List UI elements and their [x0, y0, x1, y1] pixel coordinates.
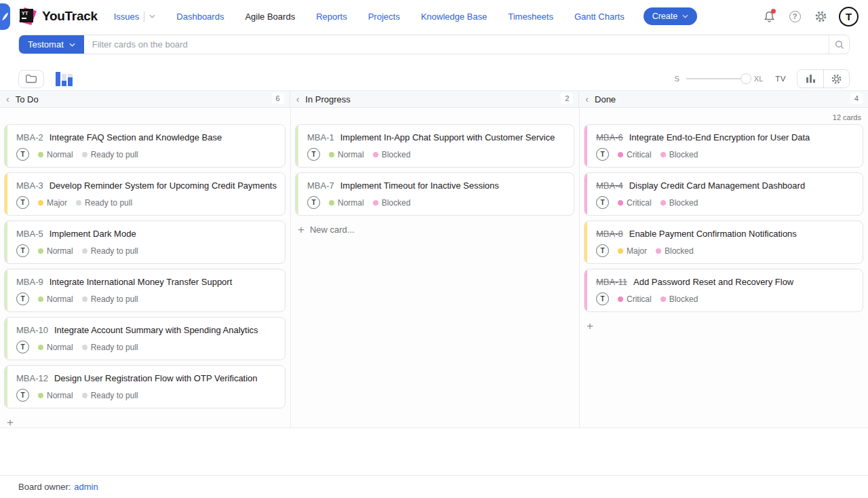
- tv-mode-button[interactable]: TV: [775, 75, 786, 83]
- card-id-link[interactable]: MBA-5: [16, 229, 43, 239]
- priority-strip: [5, 269, 7, 311]
- card-mba-6[interactable]: MBA-6Integrate End-to-End Encryption for…: [584, 124, 863, 168]
- priority-dot: [38, 296, 43, 302]
- nav-item-label: Gantt Charts: [574, 12, 625, 22]
- board-settings-button[interactable]: [823, 70, 849, 88]
- card-id-link[interactable]: MBA-1: [307, 132, 334, 142]
- card-head: MBA-4Display Credit Card Management Dash…: [596, 180, 854, 191]
- new-card-button[interactable]: +: [4, 413, 14, 428]
- state-dot: [82, 152, 87, 157]
- settings-gear-icon[interactable]: [813, 9, 828, 24]
- board-toolbar: S XL TV: [18, 69, 850, 89]
- priority-label: Normal: [47, 294, 73, 304]
- state-label: Blocked: [669, 294, 698, 304]
- card-id-link[interactable]: MBA-8: [596, 229, 623, 239]
- column-name: Done: [595, 94, 616, 104]
- card-mba-10[interactable]: MBA-10Integrate Account Summary with Spe…: [4, 317, 285, 360]
- card-footer: TNormalReady to pull: [16, 292, 277, 305]
- notifications-bell-icon[interactable]: [762, 9, 776, 24]
- collapse-column-icon[interactable]: ‹: [585, 94, 589, 104]
- feather-icon: [1, 12, 9, 22]
- card-id-link[interactable]: MBA-7: [307, 180, 334, 191]
- card-id-link[interactable]: MBA-12: [16, 373, 48, 383]
- backlog-folder-button[interactable]: [18, 70, 44, 88]
- chevron-down-icon[interactable]: [149, 14, 155, 18]
- nav-item-issues[interactable]: Issues: [114, 12, 156, 22]
- gear-icon: [831, 73, 842, 85]
- priority: Normal: [38, 391, 73, 400]
- priority-label: Normal: [47, 343, 73, 352]
- slider-knob[interactable]: [741, 73, 751, 84]
- card-mba-2[interactable]: MBA-2Integrate FAQ Section and Knowledge…: [4, 124, 285, 168]
- nav-item-timesheets[interactable]: Timesheets: [508, 12, 553, 22]
- card-id-link[interactable]: MBA-11: [596, 277, 627, 287]
- card-id-link[interactable]: MBA-10: [16, 325, 48, 335]
- board-selector-button[interactable]: Testomat: [19, 35, 84, 54]
- nav-item-gantt-charts[interactable]: Gantt Charts: [574, 12, 625, 22]
- lane-column-in-progress: MBA-1Implement In-App Chat Support with …: [290, 109, 579, 427]
- column-header-done: ‹ Done 4: [578, 91, 868, 107]
- priority-label: Normal: [47, 391, 73, 400]
- card-mba-1[interactable]: MBA-1Implement In-App Chat Support with …: [295, 124, 574, 168]
- card-mba-11[interactable]: MBA-11Add Password Reset and Recovery Fl…: [584, 269, 863, 312]
- nav-item-label: Agile Boards: [245, 12, 295, 22]
- board-owner-link[interactable]: admin: [74, 482, 98, 492]
- topbar-icons: ? T: [762, 0, 859, 33]
- nav-item-reports[interactable]: Reports: [316, 12, 347, 22]
- priority-dot: [38, 248, 43, 254]
- user-avatar[interactable]: T: [839, 7, 859, 26]
- card-mba-9[interactable]: MBA-9Integrate International Money Trans…: [4, 269, 285, 312]
- create-button[interactable]: Create: [644, 7, 698, 25]
- search-button[interactable]: [829, 35, 849, 54]
- card-mba-5[interactable]: MBA-5Implement Dark ModeTNormalReady to …: [4, 221, 285, 264]
- priority-strip: [585, 173, 587, 215]
- nav-item-dashboards[interactable]: Dashboards: [176, 12, 224, 22]
- new-card-button[interactable]: +: [584, 317, 593, 332]
- nav-item-knowledge-base[interactable]: Knowledge Base: [421, 12, 488, 22]
- help-icon[interactable]: ?: [787, 9, 802, 24]
- card-title: Implement In-App Chat Support with Custo…: [340, 132, 555, 142]
- card-mba-4[interactable]: MBA-4Display Credit Card Management Dash…: [584, 172, 863, 216]
- burndown-chart-button[interactable]: [797, 70, 823, 88]
- nav-item-projects[interactable]: Projects: [368, 12, 400, 22]
- card-id-link[interactable]: MBA-4: [596, 180, 623, 191]
- card-title: Add Password Reset and Recovery Flow: [633, 277, 793, 287]
- assignee-avatar: T: [16, 196, 29, 209]
- state-label: Ready to pull: [91, 391, 138, 400]
- priority: Critical: [618, 294, 652, 304]
- card-title: Integrate International Money Transfer S…: [50, 277, 233, 287]
- nav-item-agile-boards[interactable]: Agile Boards: [245, 12, 295, 22]
- card-id-link[interactable]: MBA-6: [596, 132, 623, 142]
- priority: Critical: [618, 198, 652, 208]
- card-size-slider[interactable]: [686, 78, 746, 79]
- plus-icon: +: [298, 224, 304, 235]
- card-id-link[interactable]: MBA-3: [16, 180, 43, 191]
- collapse-column-icon[interactable]: ‹: [296, 94, 300, 104]
- plus-icon: +: [587, 320, 593, 332]
- card-head: MBA-7Implement Timeout for Inactive Sess…: [307, 180, 566, 191]
- nav-divider: [144, 12, 144, 22]
- card-mba-3[interactable]: MBA-3Develop Reminder System for Upcomin…: [4, 172, 285, 216]
- priority: Normal: [329, 198, 364, 208]
- youtrack-logo-icon[interactable]: YT: [19, 7, 37, 25]
- priority-strip: [296, 125, 298, 167]
- card-mba-12[interactable]: MBA-12Design User Registration Flow with…: [4, 365, 285, 408]
- quick-notes-tab[interactable]: [0, 3, 10, 30]
- card-id-link[interactable]: MBA-2: [16, 132, 43, 142]
- state-label: Ready to pull: [85, 198, 132, 208]
- chart-view-toggle[interactable]: [56, 72, 73, 86]
- card-mba-8[interactable]: MBA-8Enable Payment Confirmation Notific…: [584, 221, 863, 264]
- folder-icon: [25, 74, 37, 83]
- priority-strip: [5, 366, 7, 408]
- state-dot: [656, 248, 661, 254]
- filter-cards-input[interactable]: [84, 35, 829, 54]
- search-icon: [834, 39, 845, 50]
- priority-label: Major: [47, 198, 67, 208]
- card-mba-7[interactable]: MBA-7Implement Timeout for Inactive Sess…: [295, 172, 574, 216]
- collapse-column-icon[interactable]: ‹: [6, 94, 9, 104]
- state: Ready to pull: [82, 294, 138, 304]
- card-id-link[interactable]: MBA-9: [16, 277, 43, 287]
- new-card-button[interactable]: +New card...: [295, 221, 355, 235]
- card-footer: TNormalReady to pull: [16, 148, 277, 161]
- assignee-avatar: T: [307, 196, 320, 209]
